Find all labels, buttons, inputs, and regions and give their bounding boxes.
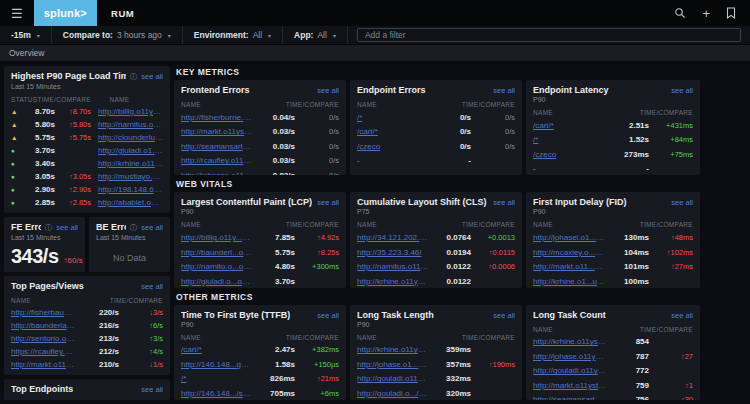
filter-bar: -15m ▾ Compare to: 3 hours ago ▾ Environ… — [0, 26, 750, 45]
splunk-logo[interactable]: splunk> — [34, 0, 97, 26]
section-label: OTHER METRICS — [176, 292, 746, 302]
url-link[interactable]: http://billig.o11y...om/cart/checkout — [181, 233, 253, 242]
info-icon[interactable]: ⓘ — [45, 223, 53, 233]
page-url-link[interactable]: http://krhine.o11...com/cart/checkout — [98, 159, 163, 168]
see-all-link[interactable]: see all — [141, 385, 163, 394]
value: 705ms — [253, 389, 295, 398]
filter-input[interactable] — [357, 28, 741, 42]
url-link[interactable]: http://34.121.202.239/ — [357, 233, 429, 242]
url-link[interactable]: http://baunderlach.o11ystore.com/ — [11, 321, 77, 330]
url-link[interactable]: http://fisherburne.o11ystore.com/cart — [181, 113, 253, 122]
url-link[interactable]: /* — [533, 135, 607, 144]
see-all-link[interactable]: see all — [141, 282, 163, 291]
url-link[interactable]: http://johase.o1...uct/GPUK6VYEV6 — [357, 360, 429, 369]
url-link[interactable]: http://krhine.o11ystore.com/ — [357, 345, 429, 354]
see-all-link[interactable]: see all — [317, 311, 339, 320]
page-url-link[interactable]: http://billig.o11ysto...com/cart/checkou… — [98, 107, 163, 116]
see-all-link[interactable]: see all — [671, 311, 693, 320]
url-link[interactable]: http://narnitus.o11ystore.com/ — [357, 262, 429, 271]
see-all-link[interactable]: see all — [317, 86, 339, 95]
page-url-link[interactable]: http://198.148.63.16:8080/river/ein — [98, 185, 163, 194]
see-all-link[interactable]: see all — [671, 198, 693, 207]
url-link[interactable]: http://markt.o11ystore.com/ — [11, 360, 77, 369]
value: 273ms — [607, 150, 649, 159]
see-all-link[interactable]: see all — [317, 198, 339, 207]
url-link[interactable]: http://krhine.o11ystore.com/ — [533, 337, 607, 346]
panel-title: Top Pages/Views — [11, 281, 84, 291]
page-url-link[interactable]: http://narnitus.o1...com/cart/checkout — [98, 120, 163, 129]
time-range-picker[interactable]: -15m ▾ — [0, 26, 52, 44]
url-link[interactable]: /czeco — [357, 142, 429, 151]
url-link[interactable]: http://146.148...go-bkinsk-smolli.png — [181, 360, 253, 369]
url-link[interactable]: https://rcaufley.o11ystore.com/ — [11, 347, 77, 356]
see-all-link[interactable]: see all — [141, 72, 163, 81]
bookmark-icon[interactable] — [726, 7, 736, 19]
url-link[interactable]: /* — [181, 374, 253, 383]
value: 357ms — [429, 360, 471, 369]
url-link[interactable]: http://seamansart.o11ystore.com/ — [533, 395, 607, 400]
compare-to-picker[interactable]: Compare to: 3 hours ago ▾ — [52, 26, 183, 44]
url-link[interactable]: /cart/* — [357, 127, 429, 136]
url-link[interactable]: http://fisherbaume.o11ystore.com/ — [11, 308, 77, 317]
metric-row: http://markt.o11...uct/Z7ZYPJ3GM7N101ms↑… — [533, 259, 693, 274]
url-link[interactable]: http://rcaufley.o11ystore.com/cart — [181, 156, 253, 165]
column-headers: NameTime/Compare — [533, 221, 693, 228]
url-link[interactable]: http://gouladi.o11ystore.com/ — [357, 374, 429, 383]
compare-value: 0/s — [471, 127, 515, 136]
url-link[interactable]: http://johasei.o1...uct/NEVCHSJ9UP — [533, 233, 607, 242]
url-link[interactable]: http://seamansart.o11ystore.com/cart — [181, 142, 253, 151]
url-link[interactable]: http://narnito.o...om/cart/checkout — [181, 262, 253, 271]
hamburger-menu-icon[interactable]: ☰ — [0, 6, 34, 21]
url-link[interactable]: http://krhine.o1...u/TT9WWW1N4Q — [533, 277, 607, 286]
see-all-link[interactable]: see all — [56, 223, 78, 232]
url-link[interactable]: http://gouladi.o11ystore.com/ — [533, 366, 607, 375]
compare-value: ↑30 — [649, 395, 693, 400]
url-link[interactable]: http://mcaxley.o...uct/7DLJCE9PC77 — [533, 248, 607, 257]
info-icon[interactable]: ⓘ — [130, 223, 138, 233]
info-icon[interactable]: ⓘ — [130, 72, 138, 82]
url-link[interactable]: http://krhine.o11ystore.com/ — [357, 277, 429, 286]
metric-row: http://gouladi.o.../uct/NSIGT8TCJ6320ms — [357, 386, 515, 400]
url-link[interactable]: http://baunderl...om/cart/checkout — [181, 248, 253, 257]
see-all-link[interactable]: see all — [671, 86, 693, 95]
add-icon[interactable]: + — [702, 7, 710, 20]
url-link[interactable]: http://sentorio.o11ystore.com/ — [11, 334, 77, 343]
metric-row: http://seamansart.o11ystore.com/cart0.03… — [181, 139, 339, 154]
environment-picker[interactable]: Environment: All ▾ — [183, 26, 283, 44]
page-url-link[interactable]: http://ciounderlu...com/cart/checkout — [98, 133, 163, 142]
page-url-link[interactable]: http://mustiayo.1...com/cart/checkout — [98, 172, 163, 181]
url-link[interactable]: http://markt.o11ystore.com/ — [533, 381, 607, 390]
url-link[interactable]: http://146.148.../static/js/elright.js — [181, 389, 253, 398]
metric-panel: Endpoint Errorssee allNameTime/Compare/*… — [350, 80, 522, 175]
url-link[interactable]: http://markt.o11ystore.com/cart — [181, 127, 253, 136]
url-link[interactable]: /cart/* — [533, 121, 607, 130]
panel-highest-p90-page-load-times: Highest P90 Page Load Times ⓘ see all La… — [4, 66, 170, 213]
page-url-link[interactable]: http://gluladi.o1...com/cart/checkout — [98, 146, 163, 155]
value: - — [607, 164, 649, 173]
metrics-section: OTHER METRICSTime To First Byte (TTFB)se… — [174, 291, 746, 400]
see-all-link[interactable]: see all — [493, 198, 515, 207]
see-all-link[interactable]: see all — [493, 311, 515, 320]
url-link[interactable]: http://johanse.o11ystore.com/cart — [181, 171, 253, 176]
url-link[interactable]: http://markt.o11...uct/Z7ZYPJ3GM7N — [533, 262, 607, 271]
see-all-link[interactable]: see all — [141, 223, 163, 232]
column-headers: NameTime/Compare — [357, 221, 515, 228]
url-link[interactable]: http://35.223.3.46/ — [357, 248, 429, 257]
url-link[interactable]: /czeco — [533, 150, 607, 159]
tab-overview[interactable]: Overview — [9, 48, 44, 58]
page-url-link[interactable]: http://ababiet.o1...com/cart/checkout — [98, 198, 163, 207]
url-link[interactable]: http://johase.o11ystore.com/ — [533, 352, 607, 361]
p90-load-time: 5.75s — [23, 133, 55, 142]
url-link[interactable]: /* — [357, 113, 429, 122]
metric-row: /czeco0/s0/s — [357, 139, 515, 154]
url-link[interactable]: http://gouladi.o.../uct/NSIGT8TCJ6 — [357, 389, 429, 398]
compare-value: ↑8.25s — [295, 248, 339, 257]
url-link[interactable]: http://gluladi.o...om/cart/checkout — [181, 277, 253, 286]
compare-value: ↑5.75s — [55, 133, 91, 142]
see-all-link[interactable]: see all — [493, 86, 515, 95]
url-link[interactable]: /cart/* — [181, 345, 253, 354]
search-icon[interactable] — [674, 7, 686, 19]
value: 826ms — [253, 374, 295, 383]
chevron-down-icon: ▾ — [168, 32, 171, 39]
app-picker[interactable]: App: All ▾ — [283, 26, 348, 44]
